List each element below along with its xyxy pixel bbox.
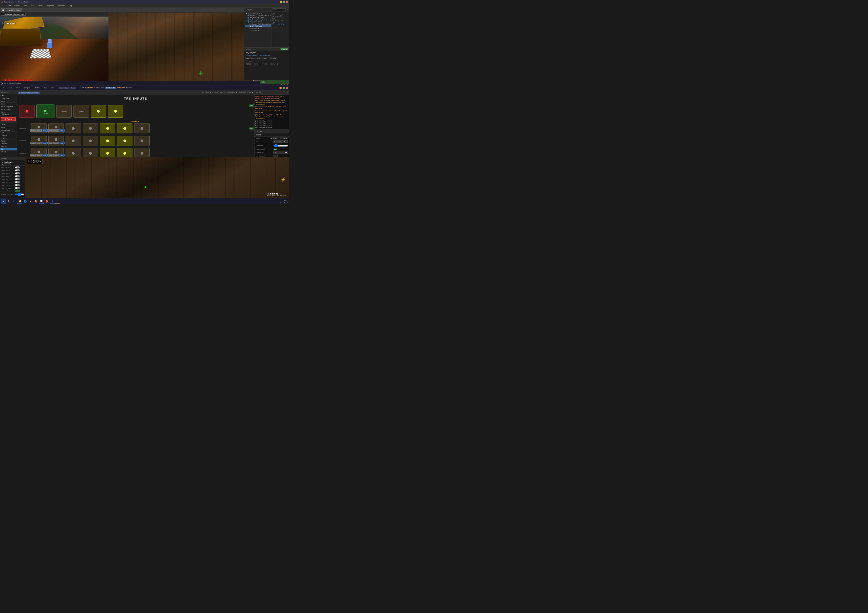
node-card-yellow-2[interactable] <box>108 105 123 118</box>
tab-misc[interactable]: Misc <box>256 57 261 59</box>
rot-x-input[interactable] <box>273 140 277 143</box>
taskbar-chrome[interactable]: 🌐 <box>23 199 28 204</box>
rot-y-input[interactable] <box>278 140 283 143</box>
nav-window[interactable]: Window <box>33 87 41 89</box>
btn-b-pause[interactable]: Pause <box>30 142 36 144</box>
node-a4[interactable] <box>83 123 98 133</box>
menu-window[interactable]: Window <box>13 5 21 6</box>
node-a3[interactable] <box>65 123 81 133</box>
menu-tools[interactable]: Tools <box>23 5 28 6</box>
asset-item-index[interactable]: Index <box>0 100 17 102</box>
btn-b-route[interactable]: Route <box>36 142 42 144</box>
taskbar-search[interactable]: 🔍 <box>6 199 11 204</box>
asset-item-wizard[interactable]: Wizard <box>0 151 17 153</box>
menu-help[interactable]: Help <box>68 5 73 6</box>
asset-item-linear[interactable]: L#hearTracd <box>0 129 17 132</box>
node-card-beige-2[interactable]: CAMERA <box>73 105 89 118</box>
btn-c-blue[interactable]: Flush <box>42 154 48 157</box>
asset-item-image-layers[interactable]: Image Layers <box>0 108 17 111</box>
axi-nav-close[interactable] <box>286 87 288 89</box>
location-z-input[interactable] <box>271 63 277 65</box>
details-calibration[interactable]: ⚙ CalibrationPoint7 Edit in Blueprint <box>244 54 289 56</box>
scale-slider[interactable] <box>273 144 288 147</box>
rot-z-input[interactable] <box>284 140 288 143</box>
asset-item-reverts[interactable]: Reverts <box>0 137 17 140</box>
btn-c-pause[interactable]: Pause <box>30 154 36 157</box>
nav-cameras[interactable]: CAMERAS <box>85 87 93 88</box>
node-card-yellow-1[interactable] <box>91 105 106 118</box>
minimize-button[interactable] <box>280 1 282 3</box>
nav-trk-inputs[interactable]: TRK INPUTS <box>105 87 116 89</box>
asset-item-trk[interactable]: Trk <box>0 148 17 151</box>
start-button[interactable]: ⊞ <box>1 199 6 204</box>
taskbar-file-explorer[interactable]: 📁 <box>17 199 22 204</box>
asset-item-sceneinf[interactable]: SceneInf <box>0 143 17 145</box>
toggle-visidon-len[interactable] <box>15 175 20 177</box>
nav-inputs[interactable]: INPUTS <box>126 87 132 88</box>
menu-file[interactable]: File <box>1 5 5 6</box>
node-a-beige5[interactable] <box>134 123 150 133</box>
nav-view[interactable]: View <box>15 87 21 89</box>
trk-tab-nav4[interactable]: Partsun Control ▼ <box>239 92 253 94</box>
btn-b-blue[interactable]: Flush <box>42 142 48 144</box>
asset-item-datahx[interactable]: Datahx <box>0 123 17 126</box>
taskbar-discord[interactable]: 💬 <box>39 199 44 204</box>
asset-item-fbx[interactable]: FBX Model <box>0 113 17 116</box>
display-x-input[interactable] <box>270 137 278 139</box>
node-a2[interactable]: Pause Route Flush <box>48 123 64 133</box>
btn-route2[interactable]: Route <box>53 129 59 132</box>
taskbar-unreal[interactable]: U <box>55 199 60 204</box>
btn-pause2[interactable]: Pause <box>48 129 53 132</box>
close-button[interactable] <box>286 1 288 3</box>
lens-ok-btn[interactable]: Ok <box>273 149 277 151</box>
nav-run[interactable]: Run <box>42 87 48 89</box>
asset-item-image[interactable]: Image <box>0 102 17 106</box>
tab-rendering[interactable]: Rendering <box>269 57 277 59</box>
node-a-yellow1[interactable] <box>100 123 115 133</box>
nav-cameras2[interactable]: CAMERAS <box>117 87 125 88</box>
node-b-yellow2[interactable] <box>117 136 132 146</box>
trk-tab-nav2[interactable]: Derived Data ▼ <box>212 92 225 94</box>
axi-nav-max[interactable] <box>282 87 285 89</box>
tab-project[interactable]: ★ ProjectMixedmetry (Layering) <box>18 92 40 94</box>
toggle-visidon-z0[interactable] <box>15 169 20 171</box>
menu-select[interactable]: Select <box>37 5 43 6</box>
btn-c-route[interactable]: Route <box>36 154 42 157</box>
btn-b2-pause[interactable]: Pause <box>48 142 53 144</box>
outliner-search[interactable] <box>272 8 286 11</box>
tab-info[interactable]: Info <box>245 57 250 59</box>
btn-b2-blue[interactable]: Flush <box>59 142 65 144</box>
display-y-input[interactable] <box>279 137 283 139</box>
asset-item-compound[interactable]: Compound <box>0 97 17 100</box>
node-card-green-main[interactable]: ▶ CAMERA <box>36 104 54 118</box>
opacity-slider[interactable] <box>15 192 24 196</box>
nav-billboards[interactable]: BILLBOARDS <box>94 87 104 88</box>
fade-btn[interactable]: On <box>15 190 20 192</box>
ue-active-tab[interactable]: ProjectMixedmetry (Layering) <box>1 12 26 16</box>
btn-pause[interactable]: Pause <box>30 129 36 132</box>
menu-aximmetry[interactable]: Aximmetry <box>57 5 66 6</box>
node-b-beige5[interactable] <box>134 136 150 146</box>
menu-edit[interactable]: Edit <box>7 5 11 6</box>
recent-button[interactable]: Recent <box>70 87 76 89</box>
node-b2[interactable]: Pause Route Flush <box>48 136 64 146</box>
new-button[interactable]: New <box>59 87 64 89</box>
asset-item-render[interactable]: Render <box>0 140 17 143</box>
nav-add[interactable]: Add <box>8 87 13 89</box>
toggle-visidon-b2[interactable] <box>15 178 20 180</box>
node-b1[interactable]: Pause Route Flush <box>31 136 46 146</box>
asset-tool-add[interactable]: + <box>0 95 2 96</box>
tab-physics[interactable]: Physics <box>262 57 268 59</box>
menu-build[interactable]: Build <box>30 5 36 6</box>
toggle-visidon-bv0[interactable] <box>15 181 20 183</box>
node-card-beige-1[interactable]: CAMERA <box>56 105 72 118</box>
nav-flow[interactable]: FLOW <box>79 87 84 88</box>
asset-item-mist[interactable]: Mist <box>0 132 17 134</box>
btn-blue[interactable]: Flush <box>42 129 48 132</box>
record-button[interactable]: ⏺ Record <box>1 117 16 121</box>
btn-c2-blue[interactable]: Flush <box>59 154 65 157</box>
trk-tab-nav1[interactable]: All Track ▼ <box>202 92 211 94</box>
btn-blue2[interactable]: Flush <box>59 129 65 132</box>
btn-b2-route[interactable]: Route <box>53 142 59 144</box>
asset-item-keyer[interactable]: Keyer <box>0 111 17 113</box>
